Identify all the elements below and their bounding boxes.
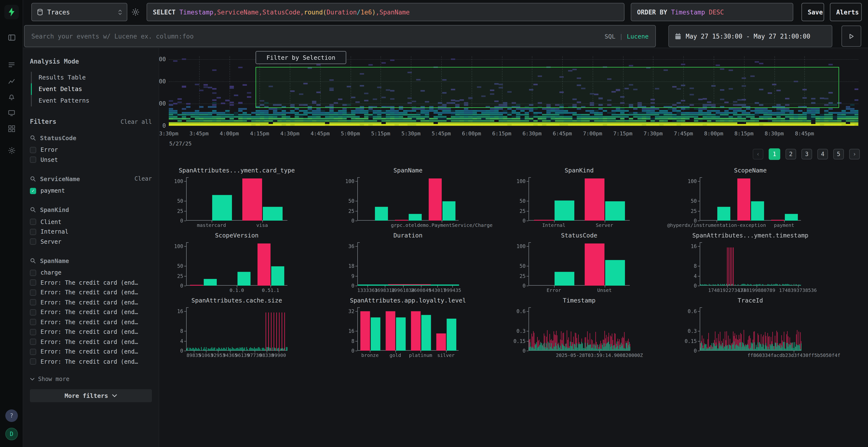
filter-option[interactable]: Error [30, 145, 152, 155]
checkbox-checked[interactable]: ✓ [30, 188, 36, 194]
analysis-mode-item-event-patterns[interactable]: Event Patterns [31, 95, 152, 106]
source-selector[interactable]: Traces [31, 3, 127, 21]
chart-plot-area[interactable] [700, 177, 801, 220]
select-query-input[interactable]: SELECTTimestamp,ServiceName,StatusCode,r… [147, 3, 624, 21]
x-tick-mark [604, 286, 605, 287]
filter-option[interactable]: Error: The credit card (end… [30, 327, 152, 337]
checkbox-unchecked[interactable] [30, 289, 36, 296]
play-icon [848, 33, 855, 39]
chart-plot-area[interactable] [357, 242, 459, 286]
analysis-mode-item-results-table[interactable]: Results Table [31, 72, 152, 83]
sessions-monitor-icon[interactable] [6, 107, 18, 118]
chart-plot-area[interactable] [186, 307, 287, 351]
save-button[interactable]: Save [802, 3, 824, 21]
checkbox-unchecked[interactable] [30, 358, 36, 365]
checkbox-unchecked[interactable] [30, 319, 36, 325]
order-by-input[interactable]: ORDER BYTimestamp DESC [631, 3, 793, 21]
source-settings-gear-icon[interactable] [132, 8, 140, 16]
analysis-mode-item-event-deltas[interactable]: Event Deltas [31, 83, 152, 95]
chart-plot-area[interactable] [186, 177, 287, 220]
chart-plot-area[interactable] [186, 242, 287, 286]
chart-plot-area[interactable] [700, 242, 801, 286]
chart-y-tick: 0 [165, 283, 183, 288]
selection-region[interactable] [255, 67, 839, 108]
alerts-button[interactable]: Alerts [830, 3, 862, 21]
clear-group-button[interactable]: Clear [134, 175, 152, 182]
filter-option[interactable]: Unset [30, 155, 152, 165]
run-query-button[interactable] [841, 26, 861, 47]
user-avatar[interactable]: D [5, 428, 18, 440]
heatmap-x-tick: 6:45pm [553, 131, 572, 137]
checkbox-unchecked[interactable] [30, 329, 36, 335]
filter-option[interactable]: Server [30, 237, 152, 247]
more-filters-button[interactable]: More filters [30, 389, 152, 402]
chart-plot-area[interactable] [357, 177, 459, 220]
filter-option-label: Error: The credit card (end… [40, 319, 138, 325]
dashboards-icon[interactable] [6, 123, 18, 134]
heatmap-x-tick: 7:00pm [583, 131, 602, 137]
filter-option[interactable]: Error: The credit card (end… [30, 347, 152, 357]
show-more-button[interactable]: Show more [30, 376, 152, 382]
alerts-bell-icon[interactable] [6, 91, 18, 103]
page-button-1[interactable]: 1 [769, 148, 780, 160]
heatmap-x-tick: 5:45pm [432, 131, 451, 137]
help-button[interactable]: ? [5, 409, 18, 422]
filter-option[interactable]: Error: The credit card (end… [30, 307, 152, 317]
filter-by-selection-tooltip[interactable]: Filter by Selection [255, 51, 346, 64]
filter-option[interactable]: Error: The credit card (end… [30, 357, 152, 367]
tooltip-label: Filter by Selection [267, 54, 335, 61]
filter-option[interactable]: Error: The credit card (end… [30, 278, 152, 287]
filter-option[interactable]: Error: The credit card (end… [30, 298, 152, 307]
checkbox-unchecked[interactable] [30, 299, 36, 306]
logs-icon[interactable] [6, 59, 18, 70]
checkbox-unchecked[interactable] [30, 270, 36, 276]
checkbox-unchecked[interactable] [30, 309, 36, 315]
checkbox-unchecked[interactable] [30, 229, 36, 235]
filter-option[interactable]: Error: The credit card (end… [30, 317, 152, 327]
chart-y-tick: 100 [679, 178, 697, 184]
minichart-canvas [700, 177, 802, 220]
prev-page-button[interactable]: ‹ [753, 149, 763, 160]
sidebar-layout-icon[interactable] [6, 32, 18, 43]
page-button-2[interactable]: 2 [785, 149, 796, 160]
filter-option[interactable]: Error: The credit card (end… [30, 337, 152, 347]
page-button-4[interactable]: 4 [817, 149, 828, 160]
time-range-picker[interactable]: May 27 15:30:00 - May 27 21:00:00 [669, 25, 832, 47]
app-logo[interactable] [4, 5, 19, 19]
checkbox-unchecked[interactable] [30, 280, 36, 286]
checkbox-unchecked[interactable] [30, 239, 36, 245]
chart-y-tick: 0.3 [679, 328, 697, 334]
chart-x-tick: Unset [597, 287, 612, 293]
y-tick-mark [184, 311, 186, 312]
checkbox-unchecked[interactable] [30, 349, 36, 355]
filter-option[interactable]: Client [30, 217, 152, 227]
x-tick-mark [794, 351, 795, 353]
search-input[interactable] [31, 33, 604, 40]
page-button-3[interactable]: 3 [802, 149, 812, 160]
chart-plot-area[interactable] [528, 177, 630, 220]
chart-x-tick: 99900 [272, 353, 286, 358]
chart-plot-area[interactable] [528, 242, 630, 286]
checkbox-unchecked[interactable] [30, 339, 36, 345]
chart-plot-area[interactable] [357, 307, 459, 351]
settings-gear-icon[interactable] [6, 144, 18, 156]
lucene-mode-button[interactable]: Lucene [627, 33, 649, 40]
page-button-5[interactable]: 5 [833, 149, 844, 160]
filter-option[interactable]: charge [30, 268, 152, 278]
filter-option[interactable]: ✓payment [30, 186, 152, 196]
clear-all-button[interactable]: Clear all [121, 118, 152, 125]
checkbox-unchecked[interactable] [30, 157, 36, 163]
filter-option[interactable]: Error: The credit card (end… [30, 287, 152, 298]
x-tick-mark [403, 286, 403, 287]
chart-y-tick: 0 [508, 218, 526, 224]
filter-option-label: Error: The credit card (end… [40, 339, 138, 345]
checkbox-unchecked[interactable] [30, 147, 36, 153]
filter-option[interactable]: Internal [30, 227, 152, 237]
chart-icon[interactable] [6, 75, 18, 87]
chart-y-tick: 16 [679, 243, 697, 249]
next-page-button[interactable]: › [849, 149, 860, 160]
sql-mode-button[interactable]: SQL [604, 33, 615, 40]
chart-plot-area[interactable] [700, 307, 801, 351]
chart-plot-area[interactable] [528, 307, 630, 351]
checkbox-unchecked[interactable] [30, 219, 36, 225]
